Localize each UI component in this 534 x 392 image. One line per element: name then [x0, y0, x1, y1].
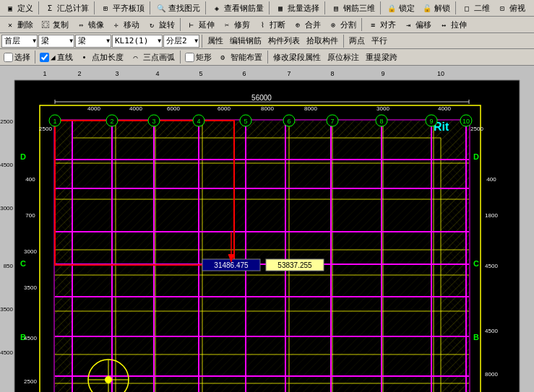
svg-text:4000: 4000: [438, 105, 451, 112]
type-select-wrapper[interactable]: 梁 ▼: [38, 35, 74, 48]
stretch-btn[interactable]: ↔ 拉伸: [435, 17, 470, 32]
svg-text:3000: 3000: [376, 105, 389, 112]
svg-text:C: C: [473, 259, 479, 268]
svg-text:4500: 4500: [485, 328, 498, 334]
svg-text:2500: 2500: [39, 126, 52, 132]
batch-select-btn[interactable]: ▦ 批量选择: [272, 1, 322, 15]
trim-btn[interactable]: ✂ 修剪: [218, 17, 253, 32]
type-select[interactable]: 梁: [38, 35, 74, 48]
unlock-btn[interactable]: 🔓 解锁: [418, 1, 453, 15]
line-check[interactable]: ◢ 直线: [38, 51, 75, 64]
floor-select[interactable]: 首层: [1, 35, 38, 48]
define-btn[interactable]: ▣ 定义: [1, 1, 36, 15]
move-icon: ✛: [111, 19, 122, 30]
canvas-area[interactable]: 1 2 3 4 5 6 7 8 9 10 1 2 3 4 5 6 7 8 9 1…: [0, 66, 534, 392]
svg-text:8000: 8000: [304, 105, 317, 112]
sep7: [380, 1, 381, 14]
stretch-icon: ↔: [438, 19, 449, 30]
type2-select[interactable]: 梁: [75, 35, 111, 48]
sep2: [94, 1, 95, 14]
mirror-btn[interactable]: ⇔ 镜像: [72, 17, 107, 32]
sep10: [361, 18, 362, 31]
rect-check[interactable]: 矩形: [183, 51, 214, 64]
svg-text:56000: 56000: [251, 94, 272, 102]
original-mark-btn[interactable]: 原位标注: [324, 51, 362, 64]
two-point-btn[interactable]: 两点: [346, 34, 368, 48]
svg-text:3500: 3500: [24, 284, 37, 291]
parallel-btn[interactable]: 平行: [369, 34, 390, 48]
smart-layout-btn[interactable]: ⚙ 智能布置: [215, 50, 265, 64]
move-btn[interactable]: ✛ 移动: [108, 17, 142, 32]
rotate-icon: ↻: [146, 19, 158, 30]
calc-btn[interactable]: Σ 汇总计算: [41, 1, 92, 15]
offset-btn[interactable]: ⇥ 偏移: [400, 17, 434, 32]
svg-text:8000: 8000: [261, 105, 274, 112]
break-btn[interactable]: ⌇ 打断: [254, 17, 288, 32]
unlock-icon: 🔓: [421, 2, 433, 14]
modify-beam-btn[interactable]: 修改梁段属性: [270, 51, 324, 64]
find-btn[interactable]: 🔍 查找图元: [152, 1, 203, 15]
svg-text:1: 1: [43, 70, 46, 77]
svg-text:53837.255: 53837.255: [277, 261, 312, 269]
arc-btn[interactable]: ⌒ 三点画弧: [127, 50, 178, 64]
svg-text:C: C: [20, 259, 26, 268]
svg-text:7: 7: [287, 70, 290, 77]
trim-icon: ✂: [221, 19, 233, 30]
svg-text:3000: 3000: [24, 248, 37, 255]
beam-select-wrapper[interactable]: KL12(1) ▼: [112, 35, 163, 48]
delete-icon: ✕: [4, 19, 16, 30]
svg-text:3500: 3500: [0, 306, 13, 313]
property-btn[interactable]: 属性: [204, 34, 226, 48]
break-icon: ⌇: [257, 19, 268, 30]
svg-text:4500: 4500: [24, 335, 37, 341]
svg-text:10: 10: [462, 118, 470, 125]
define-icon: ▣: [4, 2, 16, 14]
top-view-icon: ⊡: [496, 2, 508, 14]
mirror-icon: ⇔: [75, 19, 87, 30]
align2-icon: ≡: [367, 19, 379, 30]
edit-rebar-btn[interactable]: 编辑钢筋: [227, 34, 264, 48]
sep5: [269, 1, 270, 14]
svg-text:4: 4: [155, 70, 159, 77]
svg-text:3000: 3000: [0, 205, 13, 212]
copy-btn[interactable]: ⿴ 复制: [37, 17, 72, 32]
point-length-btn[interactable]: • 点加长度: [76, 50, 126, 64]
layer-select-wrapper[interactable]: 分层2 ▼: [163, 35, 199, 48]
svg-text:2500: 2500: [470, 126, 483, 132]
beam-select[interactable]: KL12(1): [112, 35, 163, 48]
view-rebar-btn[interactable]: ◈ 查看钢筋量: [208, 1, 267, 15]
top-view-btn[interactable]: ⊡ 俯视: [494, 1, 528, 15]
svg-text:6000: 6000: [167, 105, 180, 112]
re-pick-span-btn[interactable]: 重提梁跨: [363, 51, 400, 64]
svg-text:6: 6: [287, 118, 290, 125]
split-btn[interactable]: ⊗ 分割: [324, 17, 359, 32]
align2-btn[interactable]: ≡ 对齐: [364, 17, 399, 32]
toolbar-row-1: ▣ 定义 Σ 汇总计算 ⊞ 平齐板顶 🔍 查找图元 ◈ 查看钢筋量 ▦ 批量选择: [0, 0, 534, 17]
rebar-3d-icon: ▤: [330, 2, 342, 14]
layer-select[interactable]: 分层2: [163, 35, 199, 48]
copy-icon: ⿴: [40, 19, 51, 30]
align-top-btn[interactable]: ⊞ 平齐板顶: [97, 1, 147, 15]
extend-btn[interactable]: ⊢ 延伸: [183, 17, 218, 32]
point-icon: •: [79, 51, 90, 63]
lock-btn[interactable]: 🔒 锁定: [383, 1, 418, 15]
split-icon: ⊗: [327, 19, 339, 30]
2d-btn[interactable]: □ 二维: [458, 1, 493, 15]
svg-rect-2: [0, 66, 14, 392]
rebar-3d-btn[interactable]: ▤ 钢筋三维: [327, 1, 378, 15]
type2-select-wrapper[interactable]: 梁 ▼: [75, 35, 111, 48]
rotate-btn[interactable]: ↻ 旋转: [143, 17, 178, 32]
svg-text:400: 400: [25, 176, 35, 183]
sep6: [324, 1, 325, 14]
select-check[interactable]: 选择: [1, 51, 33, 64]
merge-btn[interactable]: ⊕ 合并: [289, 17, 324, 32]
align-top-icon: ⊞: [100, 2, 111, 14]
component-list-btn[interactable]: 构件列表: [265, 34, 303, 48]
toolbar-row-3: 首层 ▼ 梁 ▼ 梁 ▼ KL12(1) ▼ 分层2 ▼: [0, 33, 534, 49]
svg-text:4500: 4500: [0, 349, 13, 356]
pick-component-btn[interactable]: 拾取构件: [303, 34, 341, 48]
delete-btn[interactable]: ✕ 删除: [1, 17, 36, 32]
sep1: [38, 1, 39, 14]
sep11: [202, 35, 202, 48]
floor-select-wrapper[interactable]: 首层 ▼: [1, 35, 38, 48]
